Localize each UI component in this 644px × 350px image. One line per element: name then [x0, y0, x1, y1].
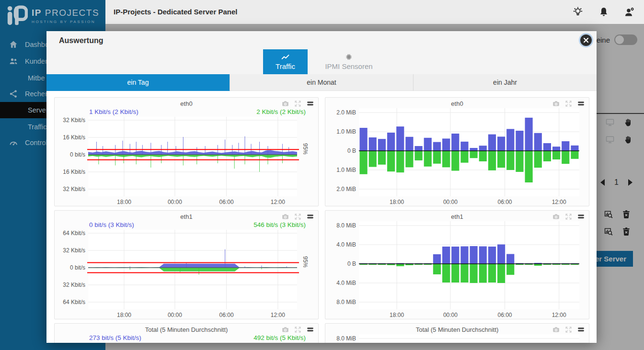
- charts-grid: eth0 1 Kbit/s (2 Kbit/s) 2 Kbit/s (2 Kbi…: [46, 91, 597, 343]
- ip-projects-logo-icon: [6, 5, 28, 27]
- svg-text:2.0 MiB: 2.0 MiB: [336, 109, 356, 116]
- svg-text:8.0 MiB: 8.0 MiB: [336, 335, 356, 342]
- menu-icon[interactable]: [306, 326, 314, 334]
- svg-text:0 bit/s: 0 bit/s: [70, 151, 85, 158]
- menu-icon[interactable]: [577, 100, 585, 108]
- chart-card-total-volume: Total (5 Minuten Durchschnitt) 8.0 MiB4.…: [325, 323, 589, 343]
- svg-text:2.0 MiB: 2.0 MiB: [336, 186, 356, 192]
- chart-card-eth1-rate: eth1 0 bit/s (3 Kbit/s) 546 bit/s (3 Kbi…: [54, 210, 319, 319]
- legend-inbound: 0 bit/s (3 Kbit/s): [89, 221, 134, 230]
- camera-icon[interactable]: [281, 100, 289, 108]
- legend-outbound: 2 Kbit/s (2 Kbit/s): [256, 108, 306, 117]
- camera-icon[interactable]: [281, 213, 289, 221]
- traffic-volume-chart: 8.0 MiB4.0 MiB0 B4.0 MiB8.0 MiB18:0000:0…: [325, 221, 590, 319]
- camera-icon[interactable]: [552, 100, 560, 108]
- expand-icon[interactable]: [564, 213, 573, 221]
- svg-text:16 Kbit/s: 16 Kbit/s: [63, 134, 85, 141]
- period-tabbar: ein Tag ein Monat ein Jahr: [46, 74, 597, 91]
- svg-text:18:00: 18:00: [390, 312, 404, 318]
- sidebar-item-label: Control: [25, 139, 47, 147]
- chart-card-eth0-rate: eth0 1 Kbit/s (2 Kbit/s) 2 Kbit/s (2 Kbi…: [54, 97, 319, 206]
- expand-icon[interactable]: [294, 213, 302, 221]
- svg-text:32 Kbit/s: 32 Kbit/s: [63, 247, 85, 254]
- svg-text:06:00: 06:00: [498, 199, 512, 205]
- tab-ein-tag[interactable]: ein Tag: [46, 74, 230, 91]
- camera-icon[interactable]: [552, 213, 560, 221]
- chart-card-total-rate: Total (5 Minuten Durchschnitt) 273 bit/s…: [54, 323, 319, 343]
- camera-icon[interactable]: [552, 326, 560, 334]
- svg-text:06:00: 06:00: [219, 312, 234, 318]
- traffic-rate-chart: 64 Kbit/s32 Kbit/s0 bit/s32 Kbit/s64 Kbi…: [55, 230, 319, 319]
- svg-text:1.0 MiB: 1.0 MiB: [336, 128, 356, 135]
- svg-text:06:00: 06:00: [498, 312, 512, 318]
- svg-text:95%: 95%: [302, 143, 309, 155]
- chart-title: Total (5 Minuten Durchschnitt): [325, 326, 589, 333]
- sidebar-item-label: Dashbo: [25, 41, 49, 48]
- expand-icon[interactable]: [564, 100, 573, 108]
- svg-text:00:00: 00:00: [168, 199, 182, 205]
- svg-text:12:00: 12:00: [271, 312, 285, 318]
- svg-text:06:00: 06:00: [219, 199, 234, 205]
- expand-icon[interactable]: [294, 326, 302, 334]
- svg-text:32 Kbit/s: 32 Kbit/s: [63, 282, 85, 288]
- legend-inbound: 1 Kbit/s (2 Kbit/s): [89, 108, 138, 117]
- bell-icon[interactable]: [598, 6, 610, 18]
- svg-text:32 Kbit/s: 32 Kbit/s: [63, 117, 85, 124]
- chart-card-eth1-volume: eth1 8.0 MiB4.0 MiB0 B4.0 MiB8.0 MiB18:0…: [325, 210, 589, 319]
- expand-icon[interactable]: [564, 326, 573, 334]
- menu-icon[interactable]: [306, 100, 314, 108]
- svg-text:0 B: 0 B: [347, 260, 356, 267]
- brand-tagline: HOSTING BY PASSION: [32, 20, 99, 24]
- user-settings-icon[interactable]: [624, 6, 635, 18]
- menu-icon[interactable]: [306, 213, 314, 221]
- sidebar-item-label: Traffic: [28, 123, 46, 131]
- chart-title: eth0: [55, 100, 318, 107]
- legend-inbound: 273 bit/s (5 Kbit/s): [89, 334, 141, 343]
- svg-text:18:00: 18:00: [117, 312, 131, 318]
- tab-ipmi-sensoren[interactable]: IPMI Sensoren: [308, 49, 390, 74]
- svg-text:32 Kbit/s: 32 Kbit/s: [63, 186, 85, 192]
- camera-icon[interactable]: [281, 326, 289, 334]
- close-button[interactable]: [580, 34, 592, 46]
- svg-text:95%: 95%: [302, 256, 309, 268]
- legend-outbound: 546 bit/s (3 Kbit/s): [253, 221, 306, 230]
- users-icon: [9, 56, 18, 66]
- gauge-icon: [9, 138, 18, 147]
- menu-icon[interactable]: [577, 326, 585, 334]
- expand-icon[interactable]: [294, 100, 302, 108]
- tab-ein-monat[interactable]: ein Monat: [230, 74, 414, 91]
- home-icon: [9, 40, 18, 49]
- menu-icon[interactable]: [577, 213, 585, 221]
- chart-title: eth1: [55, 213, 318, 220]
- svg-text:0 bit/s: 0 bit/s: [70, 264, 85, 271]
- dialog-tabbar: Traffic IPMI Sensoren: [46, 49, 597, 74]
- sidebar-item-label: Server: [28, 106, 48, 114]
- svg-text:12:00: 12:00: [271, 199, 285, 205]
- tab-ein-jahr[interactable]: ein Jahr: [414, 74, 597, 91]
- app-logo[interactable]: IP PROJECTS HOSTING BY PASSION: [0, 0, 105, 31]
- svg-text:4.0 MiB: 4.0 MiB: [336, 280, 356, 286]
- app-window: IP-Projects - Dedicated Server Panel ein…: [0, 0, 644, 350]
- svg-text:00:00: 00:00: [443, 199, 458, 205]
- traffic-volume-chart: 8.0 MiB4.0 MiB0 B4.0 MiB8.0 MiB: [325, 334, 590, 343]
- traffic-rate-chart: 32 Kbit/s16 Kbit/s0 bit/s16 Kbit/s32 Kbi…: [55, 117, 319, 206]
- window-title: IP-Projects - Dedicated Server Panel: [114, 0, 237, 24]
- svg-text:64 Kbit/s: 64 Kbit/s: [63, 299, 85, 305]
- svg-text:12:00: 12:00: [552, 312, 566, 318]
- svg-text:16 Kbit/s: 16 Kbit/s: [63, 169, 85, 175]
- chart-title: Total (5 Minuten Durchschnitt): [55, 326, 318, 333]
- line-chart-icon: [281, 53, 290, 61]
- svg-text:1.0 MiB: 1.0 MiB: [336, 167, 356, 173]
- traffic-volume-chart: 2.0 MiB1.0 MiB0 B1.0 MiB2.0 MiB18:0000:0…: [325, 108, 590, 206]
- tab-traffic[interactable]: Traffic: [263, 49, 308, 74]
- lightbulb-icon[interactable]: [572, 6, 584, 18]
- auswertung-dialog: Auswertung Traffic IPMI Sensoren ein Tag: [46, 31, 597, 343]
- svg-text:4.0 MiB: 4.0 MiB: [336, 241, 356, 248]
- svg-text:8.0 MiB: 8.0 MiB: [336, 222, 356, 229]
- svg-text:12:00: 12:00: [552, 199, 566, 205]
- svg-text:64 Kbit/s: 64 Kbit/s: [63, 230, 85, 237]
- svg-text:18:00: 18:00: [117, 199, 131, 205]
- svg-text:00:00: 00:00: [443, 312, 458, 318]
- brand-name: IP PROJECTS: [32, 8, 99, 18]
- chip-icon: [345, 53, 353, 61]
